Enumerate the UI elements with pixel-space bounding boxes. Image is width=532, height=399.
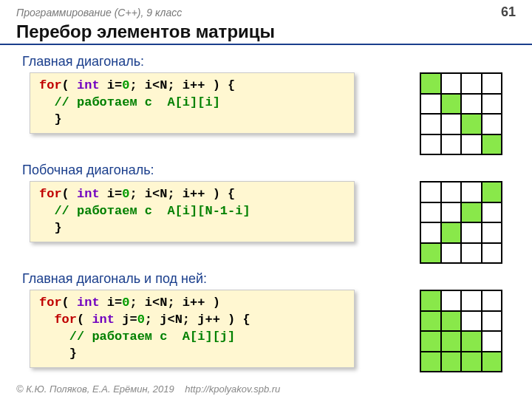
matrix-cell [461, 202, 482, 223]
page-number: 61 [501, 4, 516, 20]
matrix-cell [461, 114, 482, 134]
footer-url: http://kpolyakov.spb.ru [185, 383, 280, 395]
matrix-cell [441, 243, 462, 264]
matrix-cell [482, 290, 502, 311]
matrix-cell [482, 222, 502, 243]
matrix-cell [461, 134, 482, 155]
matrix-cell [441, 290, 462, 311]
matrix-1 [420, 72, 502, 155]
matrix-cell [461, 331, 482, 352]
slide-header: Программирование (C++), 9 класс 61 [0, 0, 532, 21]
slide-footer: © К.Ю. Поляков, Е.А. Ерёмин, 2019 http:/… [16, 383, 280, 395]
matrix-cell [420, 290, 441, 311]
section-3-label: Главная диагональ и под ней: [0, 268, 532, 290]
codebox-1: for( int i=0; i<N; i++ ) { // работаем с… [30, 72, 355, 134]
matrix-cell [482, 114, 502, 134]
matrix-cell [420, 202, 441, 223]
matrix-cell [420, 222, 441, 243]
matrix-cell [482, 134, 502, 155]
matrix-cell [441, 222, 462, 243]
matrix-cell [461, 94, 482, 115]
matrix-cell [420, 311, 441, 332]
matrix-cell [482, 311, 502, 332]
matrix-cell [461, 182, 482, 202]
matrix-cell [441, 134, 462, 155]
matrix-cell [420, 114, 441, 134]
section-1-row: for( int i=0; i<N; i++ ) { // работаем с… [0, 72, 532, 155]
matrix-cell [482, 331, 502, 352]
matrix-cell [420, 73, 441, 94]
matrix-cell [441, 94, 462, 115]
matrix-cell [461, 290, 482, 311]
codebox-3: for( int i=0; i<N; i++ ) for( int j=0; j… [30, 290, 355, 368]
matrix-cell [461, 311, 482, 332]
matrix-cell [441, 73, 462, 94]
matrix-cell [441, 331, 462, 352]
matrix-cell [461, 73, 482, 94]
matrix-cell [482, 202, 502, 223]
matrix-cell [482, 94, 502, 115]
matrix-cell [482, 182, 502, 202]
matrix-cell [420, 243, 441, 264]
section-2-label: Побочная диагональ: [0, 160, 532, 181]
matrix-cell [461, 352, 482, 372]
matrix-cell [420, 94, 441, 115]
matrix-cell [441, 202, 462, 223]
matrix-cell [461, 222, 482, 243]
section-3-row: for( int i=0; i<N; i++ ) for( int j=0; j… [0, 290, 532, 372]
matrix-cell [441, 114, 462, 134]
matrix-3 [420, 290, 502, 372]
slide-title: Перебор элементов матрицы [0, 21, 532, 45]
section-2-row: for( int i=0; i<N; i++ ) { // работаем с… [0, 181, 532, 264]
matrix-cell [441, 182, 462, 202]
section-1-label: Главная диагональ: [0, 51, 532, 72]
matrix-cell [441, 352, 462, 372]
matrix-cell [441, 311, 462, 332]
matrix-2 [420, 181, 502, 264]
matrix-cell [420, 134, 441, 155]
course-name: Программирование (C++), 9 класс [16, 7, 182, 18]
matrix-cell [482, 352, 502, 372]
matrix-cell [420, 331, 441, 352]
matrix-cell [482, 243, 502, 264]
matrix-cell [420, 352, 441, 372]
matrix-cell [461, 243, 482, 264]
matrix-cell [482, 73, 502, 94]
footer-copyright: © К.Ю. Поляков, Е.А. Ерёмин, 2019 [16, 383, 174, 395]
codebox-2: for( int i=0; i<N; i++ ) { // работаем с… [30, 181, 355, 242]
matrix-cell [420, 182, 441, 202]
